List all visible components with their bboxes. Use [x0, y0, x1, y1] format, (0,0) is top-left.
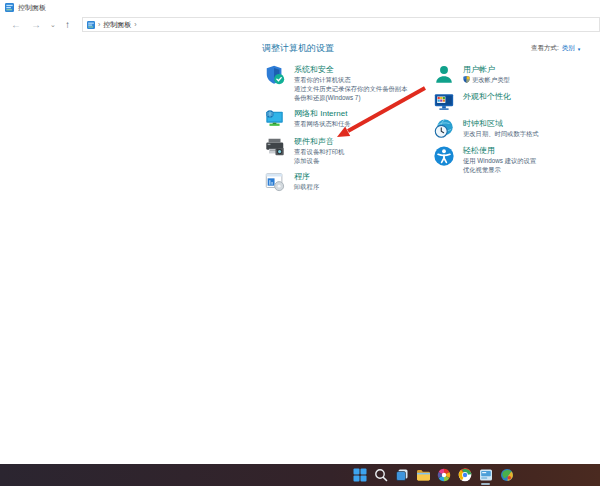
task-link-system-security-1[interactable]: 通过文件历史记录保存你的文件备份副本	[294, 84, 407, 93]
task-link-ease-of-access-0[interactable]: 使用 Windows 建议的设置	[463, 156, 536, 165]
view-by-control: 查看方式: 类别 ▾	[531, 44, 580, 53]
uac-shield-icon	[463, 76, 470, 83]
task-link-label: 使用 Windows 建议的设置	[463, 156, 536, 165]
task-link-system-security-0[interactable]: 查看你的计算机状态	[294, 75, 407, 84]
task-link-label: 更改日期、时间或数字格式	[463, 129, 539, 138]
task-link-ease-of-access-1[interactable]: 优化视觉显示	[463, 165, 536, 174]
breadcrumb-chevron: ›	[98, 21, 100, 28]
category-hardware-sound-body: 硬件和声音查看设备和打印机添加设备	[294, 136, 344, 165]
hardware-sound-icon[interactable]	[264, 136, 286, 158]
category-appearance-personalization-body: 外观和个性化	[463, 91, 511, 113]
search-icon[interactable]	[370, 464, 391, 486]
system-security-icon[interactable]	[264, 64, 286, 86]
category-title-programs[interactable]: 程序	[294, 172, 319, 182]
category-title-hardware-sound[interactable]: 硬件和声音	[294, 137, 344, 147]
categories-left-column: 系统和安全查看你的计算机状态通过文件历史记录保存你的文件备份副本备份和还原(Wi…	[264, 64, 429, 199]
up-icon[interactable]: ↑	[60, 20, 75, 30]
view-by-value[interactable]: 类别	[562, 44, 575, 53]
category-system-security-body: 系统和安全查看你的计算机状态通过文件历史记录保存你的文件备份副本备份和还原(Wi…	[294, 64, 407, 102]
page-title: 调整计算机的设置	[262, 42, 334, 55]
category-title-ease-of-access[interactable]: 轻松使用	[463, 146, 536, 156]
category-system-security: 系统和安全查看你的计算机状态通过文件历史记录保存你的文件备份副本备份和还原(Wi…	[264, 64, 429, 102]
taskbar	[0, 464, 600, 486]
appearance-personalization-icon[interactable]	[433, 91, 455, 113]
start-icon[interactable]	[349, 464, 370, 486]
category-user-accounts-body: 用户帐户更改帐户类型	[463, 64, 510, 86]
category-ease-of-access-body: 轻松使用使用 Windows 建议的设置优化视觉显示	[463, 145, 536, 174]
file-explorer-icon[interactable]	[412, 464, 433, 486]
forward-icon[interactable]: →	[26, 20, 46, 30]
category-programs: 程序卸载程序	[264, 171, 429, 193]
task-link-user-accounts-0[interactable]: 更改帐户类型	[463, 75, 510, 84]
ease-of-access-icon[interactable]	[433, 145, 455, 167]
chrome-icon[interactable]	[454, 464, 475, 486]
back-icon[interactable]: ←	[6, 20, 26, 30]
category-network-internet: 网络和 Internet查看网络状态和任务	[264, 108, 429, 130]
category-title-user-accounts[interactable]: 用户帐户	[463, 65, 510, 75]
task-link-network-internet-0[interactable]: 查看网络状态和任务	[294, 119, 351, 128]
task-link-label: 添加设备	[294, 156, 319, 165]
title-bar: 控制面板	[0, 0, 600, 15]
breadcrumb-chevron[interactable]: ›	[134, 21, 136, 28]
task-link-system-security-2[interactable]: 备份和还原(Windows 7)	[294, 93, 407, 102]
view-by-caret-icon[interactable]: ▾	[578, 46, 581, 52]
category-title-appearance-personalization[interactable]: 外观和个性化	[463, 92, 511, 102]
task-link-label: 备份和还原(Windows 7)	[294, 93, 360, 102]
categories-right-column: 用户帐户更改帐户类型外观和个性化时钟和区域更改日期、时间或数字格式轻松使用使用 …	[433, 64, 593, 179]
category-network-internet-body: 网络和 Internet查看网络状态和任务	[294, 108, 351, 130]
navigation-bar: ← → ⌄ ↑ › 控制面板 ›	[0, 15, 600, 34]
task-link-programs-0[interactable]: 卸载程序	[294, 182, 319, 191]
active-app-indicator	[481, 483, 490, 485]
category-user-accounts: 用户帐户更改帐户类型	[433, 64, 593, 86]
history-dropdown-icon[interactable]: ⌄	[46, 21, 60, 28]
category-title-clock-region[interactable]: 时钟和区域	[463, 119, 539, 129]
control-panel-home: 调整计算机的设置 查看方式: 类别 ▾ 系统和安全查看你的计算机状态通过文件历史…	[0, 36, 600, 464]
control-panel-window: 控制面板 ← → ⌄ ↑ › 控制面板 › 调整计算机的设置 查看方式: 类别 …	[0, 0, 600, 486]
task-link-label: 查看设备和打印机	[294, 147, 344, 156]
address-bar[interactable]: › 控制面板 ›	[82, 17, 600, 32]
category-ease-of-access: 轻松使用使用 Windows 建议的设置优化视觉显示	[433, 145, 593, 174]
task-link-label: 通过文件历史记录保存你的文件备份副本	[294, 84, 407, 93]
breadcrumb-control-panel-icon	[87, 21, 95, 29]
category-programs-body: 程序卸载程序	[294, 171, 319, 193]
color-wheel-app-icon[interactable]	[433, 464, 454, 486]
breadcrumb-root[interactable]: 控制面板	[103, 20, 131, 30]
clock-region-icon[interactable]	[433, 118, 455, 140]
network-internet-icon[interactable]	[264, 108, 286, 130]
user-accounts-icon[interactable]	[433, 64, 455, 86]
task-link-hardware-sound-0[interactable]: 查看设备和打印机	[294, 147, 344, 156]
control-panel-icon[interactable]	[475, 464, 496, 486]
task-link-hardware-sound-1[interactable]: 添加设备	[294, 156, 344, 165]
category-title-network-internet[interactable]: 网络和 Internet	[294, 109, 351, 119]
task-link-label: 更改帐户类型	[472, 75, 510, 84]
task-link-label: 查看你的计算机状态	[294, 75, 351, 84]
task-link-label: 查看网络状态和任务	[294, 119, 351, 128]
colorful-app-icon[interactable]	[496, 464, 517, 486]
category-title-system-security[interactable]: 系统和安全	[294, 65, 407, 75]
task-link-clock-region-0[interactable]: 更改日期、时间或数字格式	[463, 129, 539, 138]
taskbar-icons	[349, 464, 517, 486]
programs-icon[interactable]	[264, 171, 286, 193]
category-appearance-personalization: 外观和个性化	[433, 91, 593, 113]
category-hardware-sound: 硬件和声音查看设备和打印机添加设备	[264, 136, 429, 165]
category-clock-region: 时钟和区域更改日期、时间或数字格式	[433, 118, 593, 140]
control-panel-window-icon	[5, 3, 14, 12]
category-clock-region-body: 时钟和区域更改日期、时间或数字格式	[463, 118, 539, 140]
view-by-label: 查看方式:	[531, 44, 559, 53]
task-link-label: 卸载程序	[294, 182, 319, 191]
task-link-label: 优化视觉显示	[463, 165, 501, 174]
task-view-icon[interactable]	[391, 464, 412, 486]
window-title: 控制面板	[18, 3, 46, 13]
